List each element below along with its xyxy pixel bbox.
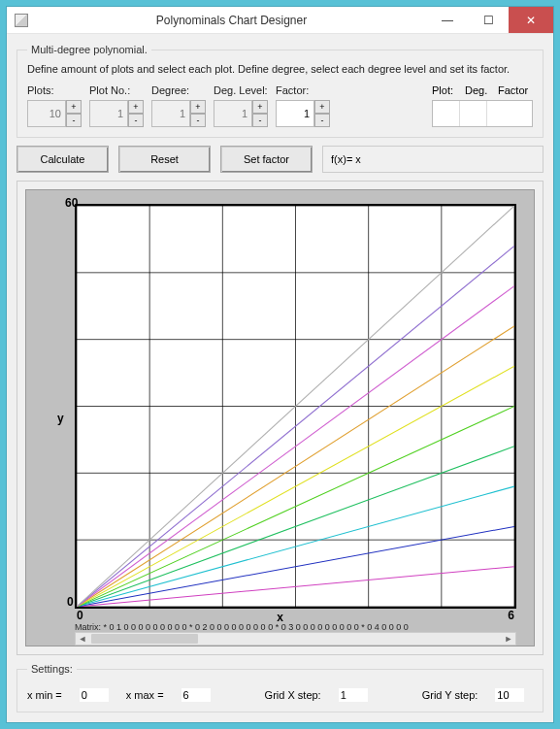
- readout-group: Plot: Deg. Factor: [432, 84, 533, 127]
- scroll-thumb[interactable]: [91, 634, 198, 644]
- readout-deg: [460, 101, 487, 126]
- minimize-button[interactable]: —: [427, 7, 468, 33]
- gridx-label: Grid X step:: [265, 689, 321, 701]
- button-row: Calculate Reset Set factor f(x)= x: [16, 146, 544, 173]
- y-origin-tick: 0: [67, 595, 74, 609]
- app-icon: [15, 14, 28, 27]
- xmin-input[interactable]: [80, 688, 109, 702]
- polynomial-legend: Multi-degree polynomial.: [27, 44, 151, 55]
- fx-display: f(x)= x: [322, 146, 544, 173]
- factor-down-button[interactable]: -: [314, 114, 330, 127]
- client-area: Multi-degree polynomial. Define amount o…: [7, 34, 553, 722]
- deglevel-spinner-group: Deg. Level: + -: [214, 84, 268, 127]
- settings-group: Settings: x min = x max = Grid X step: G…: [16, 663, 544, 712]
- scroll-right-icon[interactable]: ►: [502, 634, 515, 644]
- x-max-tick: 6: [508, 609, 514, 622]
- spinner-row: Plots: + - Plot No.: +: [27, 84, 533, 127]
- factor-spinner-group: Factor: + -: [276, 84, 330, 127]
- gridy-input[interactable]: [495, 688, 524, 702]
- titlebar: Polynominals Chart Designer — ☐ ✕: [7, 7, 553, 34]
- deglevel-down-button[interactable]: -: [252, 114, 268, 127]
- gridy-label: Grid Y step:: [422, 689, 478, 701]
- scroll-left-icon[interactable]: ◄: [76, 634, 89, 644]
- readout-head-factor: Factor: [498, 84, 533, 96]
- settings-legend: Settings:: [27, 663, 77, 675]
- polynomial-group: Multi-degree polynomial. Define amount o…: [16, 44, 544, 138]
- degree-input[interactable]: [151, 100, 190, 127]
- setfactor-button[interactable]: Set factor: [220, 146, 313, 173]
- calculate-button[interactable]: Calculate: [16, 146, 109, 173]
- xmin-label: x min =: [27, 689, 62, 701]
- plotno-label: Plot No.:: [89, 84, 144, 96]
- factor-up-button[interactable]: +: [314, 100, 330, 114]
- deglevel-label: Deg. Level:: [214, 84, 268, 96]
- deglevel-input[interactable]: [214, 100, 252, 127]
- plotno-down-button[interactable]: -: [128, 114, 144, 127]
- x-origin-tick: 0: [77, 609, 83, 622]
- polynomial-description: Define amount of plots and select each p…: [27, 63, 533, 75]
- gridx-input[interactable]: [339, 688, 368, 702]
- chart-svg: [77, 206, 514, 607]
- chart-panel: 60 y 0 0 x 6 Matrix: * 0 1 0 0 0 0 0 0 0…: [16, 181, 544, 655]
- plotno-input[interactable]: [89, 100, 128, 127]
- degree-up-button[interactable]: +: [190, 100, 206, 114]
- window-title: Polynominals Chart Designer: [36, 14, 427, 27]
- degree-down-button[interactable]: -: [190, 114, 206, 127]
- plots-down-button[interactable]: -: [66, 114, 82, 127]
- y-axis-label: y: [57, 412, 64, 425]
- matrix-scrollbar[interactable]: ◄ ►: [75, 632, 516, 646]
- xmax-label: x max =: [126, 689, 164, 701]
- app-window: Polynominals Chart Designer — ☐ ✕ Multi-…: [6, 6, 554, 723]
- plotno-spinner-group: Plot No.: + -: [89, 84, 144, 127]
- readout-head-plot: Plot:: [432, 84, 459, 96]
- factor-input[interactable]: [276, 100, 314, 127]
- deglevel-up-button[interactable]: +: [252, 100, 268, 114]
- readout-box: [432, 100, 533, 127]
- readout-head-deg: Deg.: [465, 84, 492, 96]
- reset-button[interactable]: Reset: [118, 146, 211, 173]
- chart-frame: 60 y 0 0 x 6 Matrix: * 0 1 0 0 0 0 0 0 0…: [25, 189, 535, 646]
- plots-label: Plots:: [27, 84, 82, 96]
- xmax-input[interactable]: [181, 688, 211, 702]
- window-controls: — ☐ ✕: [427, 7, 553, 33]
- readout-plot: [433, 101, 460, 126]
- plots-up-button[interactable]: +: [66, 100, 82, 114]
- plotno-up-button[interactable]: +: [128, 100, 144, 114]
- degree-spinner-group: Degree: + -: [151, 84, 206, 127]
- factor-label: Factor:: [276, 84, 330, 96]
- maximize-button[interactable]: ☐: [468, 7, 509, 33]
- matrix-readout: Matrix: * 0 1 0 0 0 0 0 0 0 0 0 * 0 2 0 …: [75, 622, 516, 632]
- chart-area: [75, 204, 516, 609]
- plots-input[interactable]: [27, 100, 66, 127]
- degree-label: Degree:: [151, 84, 206, 96]
- close-button[interactable]: ✕: [509, 7, 553, 33]
- readout-factor: [487, 101, 522, 126]
- plots-spinner-group: Plots: + -: [27, 84, 82, 127]
